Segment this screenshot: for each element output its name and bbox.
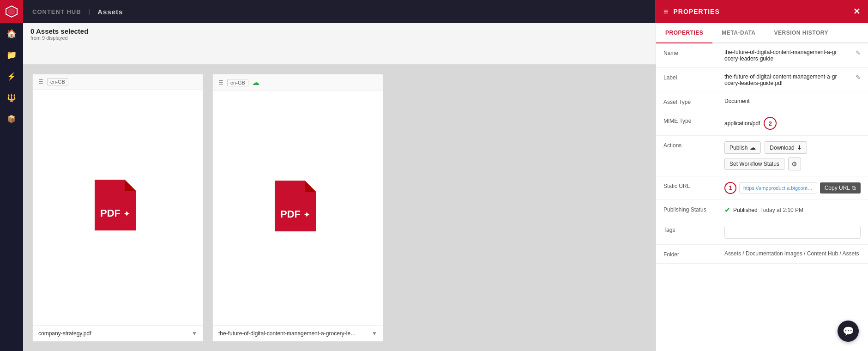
prop-actions-row: Actions Publish ☁ Download ⬇ Set <box>656 136 868 176</box>
pdf-icon-svg: PDF ✦ <box>95 180 141 235</box>
app-logo[interactable] <box>0 0 23 23</box>
svg-text:PDF: PDF <box>100 207 121 219</box>
card-filename-2: the-future-of-digital-content-management… <box>218 330 357 337</box>
static-url-input[interactable] <box>739 182 817 194</box>
selected-count: 0 Assets selected <box>30 27 88 35</box>
card-locale-2: en-GB <box>227 79 248 86</box>
workflow-label: Set Workflow Status <box>729 161 779 167</box>
from-displayed: from 9 displayed <box>30 35 88 41</box>
copy-url-button[interactable]: Copy URL ⧉ <box>820 182 861 194</box>
publishing-status-container: ✔ Published Today at 2:10 PM <box>724 206 803 214</box>
gear-icon: ⚙ <box>791 160 797 168</box>
download-button[interactable]: Download ⬇ <box>765 141 807 154</box>
properties-panel: ≡ PROPERTIES ✕ PROPERTIES META-DATA VERS… <box>656 23 868 351</box>
svg-marker-3 <box>125 180 136 191</box>
card-locale: en-GB <box>47 78 68 85</box>
static-url-label: Static URL <box>663 182 719 189</box>
mime-value-container: application/pdf 2 <box>724 117 777 130</box>
tags-input[interactable] <box>724 226 861 239</box>
prop-mime-row: MIME Type application/pdf 2 <box>656 111 868 136</box>
chat-widget[interactable]: 💬 <box>838 321 859 342</box>
card-header-2: ☰ en-GB ☁ <box>213 74 383 91</box>
name-value: the-future-of-digital-content-management… <box>724 49 853 62</box>
card-filename: company-strategy.pdf <box>38 330 91 337</box>
download-label: Download <box>770 145 794 151</box>
panel-body: Name the-future-of-digital-content-manag… <box>656 43 868 351</box>
asset-type-value: Document <box>724 98 861 104</box>
gear-button[interactable]: ⚙ <box>788 157 801 170</box>
sidebar-actions[interactable]: 🔱 <box>0 87 23 108</box>
publish-label: Publish <box>729 145 747 151</box>
mime-type-value: application/pdf <box>724 120 760 127</box>
card-footer: company-strategy.pdf ▼ <box>33 325 203 341</box>
sidebar-home[interactable]: 🏠 <box>0 23 23 44</box>
publishing-status-label: Publishing Status <box>663 206 719 213</box>
sidebar-filter[interactable]: ⚡ <box>0 66 23 87</box>
folder-path: Assets / Documentation images / Content … <box>724 250 859 257</box>
card-body-2: PDF ✦ <box>213 91 383 325</box>
panel-tabs: PROPERTIES META-DATA VERSION HISTORY <box>656 23 868 43</box>
mime-badge: 2 <box>764 117 777 130</box>
label-value-container: the-future-of-digital-content-management… <box>724 73 861 86</box>
prop-tags-row: Tags <box>656 220 868 245</box>
tags-label: Tags <box>663 226 719 233</box>
copy-icon: ⧉ <box>852 185 856 191</box>
page-title: Assets <box>97 8 123 16</box>
svg-text:✦: ✦ <box>303 210 310 219</box>
svg-text:✦: ✦ <box>123 209 130 218</box>
prop-folder-row: Folder Assets / Documentation images / C… <box>656 245 868 264</box>
publish-icon: ☁ <box>750 144 756 151</box>
label-edit-icon[interactable]: ✎ <box>856 74 861 81</box>
asset-card[interactable]: ☰ en-GB PDF ✦ <box>32 74 203 342</box>
url-badge: 1 <box>724 182 736 194</box>
prop-publishing-status-row: Publishing Status ✔ Published Today at 2… <box>656 200 868 220</box>
download-icon: ⬇ <box>797 144 802 151</box>
published-time: Today at 2:10 PM <box>760 207 803 213</box>
name-value-container: the-future-of-digital-content-management… <box>724 49 861 62</box>
card-expand-icon-2[interactable]: ▼ <box>372 330 377 337</box>
published-label: Published <box>733 207 758 213</box>
prop-static-url-row: Static URL 1 Copy URL ⧉ <box>656 176 868 200</box>
actions-container: Publish ☁ Download ⬇ Set Workflow Status <box>724 141 861 170</box>
tab-version-history[interactable]: VERSION HISTORY <box>765 23 838 43</box>
card-expand-icon[interactable]: ▼ <box>192 330 197 337</box>
tab-properties[interactable]: PROPERTIES <box>656 23 712 43</box>
brand-name: CONTENT HUB <box>32 8 81 15</box>
name-label: Name <box>663 49 719 56</box>
svg-marker-1 <box>8 8 15 15</box>
prop-name-row: Name the-future-of-digital-content-manag… <box>656 43 868 68</box>
card-doc-icon: ☰ <box>38 79 43 85</box>
workflow-button[interactable]: Set Workflow Status <box>724 158 784 170</box>
card-published-icon: ☁ <box>252 78 259 87</box>
copy-url-label: Copy URL <box>825 185 850 191</box>
label-label: Label <box>663 73 719 81</box>
actions-label: Actions <box>663 141 719 149</box>
svg-text:PDF: PDF <box>280 208 301 220</box>
card-footer-2: the-future-of-digital-content-management… <box>213 325 383 341</box>
asset-card[interactable]: ☰ en-GB ☁ PDF ✦ <box>212 74 383 342</box>
card-body: PDF ✦ <box>33 90 203 325</box>
publish-button[interactable]: Publish ☁ <box>724 141 761 154</box>
card-doc-icon-2: ☰ <box>218 79 223 86</box>
sidebar-files[interactable]: 📁 <box>0 44 23 66</box>
static-url-container: 1 Copy URL ⧉ <box>724 182 861 194</box>
sidebar: 🏠 📁 ⚡ 🔱 📦 <box>0 0 23 351</box>
published-check-icon: ✔ <box>724 206 730 214</box>
svg-marker-7 <box>305 181 316 192</box>
mime-type-label: MIME Type <box>663 117 719 124</box>
pdf-icon-svg-2: PDF ✦ <box>275 181 321 236</box>
tab-metadata[interactable]: META-DATA <box>712 23 765 43</box>
prop-asset-type-row: Asset Type Document <box>656 92 868 111</box>
card-header: ☰ en-GB <box>33 74 203 90</box>
header-divider: | <box>89 8 90 15</box>
sidebar-packages[interactable]: 📦 <box>0 108 23 129</box>
name-edit-icon[interactable]: ✎ <box>856 49 861 56</box>
label-value: the-future-of-digital-content-management… <box>724 73 853 86</box>
asset-type-label: Asset Type <box>663 98 719 105</box>
chat-icon: 💬 <box>843 326 854 337</box>
folder-label: Folder <box>663 250 719 258</box>
prop-label-row: Label the-future-of-digital-content-mana… <box>656 68 868 92</box>
